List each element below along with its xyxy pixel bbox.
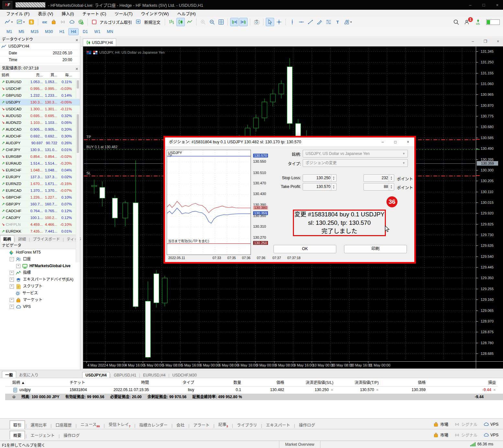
line-icon[interactable]: [185, 18, 194, 26]
timeframe-M30[interactable]: M30: [42, 28, 55, 35]
horizontal-line-icon[interactable]: [297, 18, 306, 26]
menu-item[interactable]: ツール(T): [110, 10, 137, 17]
take-profit-price-input[interactable]: 130.570 ▲▼: [303, 183, 337, 191]
dialog-title-bar[interactable]: ポジション: #15831804 buy 0.1 USDJPY 130.482 …: [165, 137, 414, 147]
toolbox-tab-0[interactable]: 取引: [10, 421, 25, 429]
symbol-combobox[interactable]: USDJPY, US Dollar vs Japanese Yen▼: [303, 150, 408, 158]
market-watch-row-EURDKK[interactable]: ↗ EURDKK7.435...7.441...0.01%: [0, 228, 80, 235]
timeframe-MN[interactable]: MN: [104, 28, 116, 35]
toolbox-column-3[interactable]: タイプ: [149, 379, 196, 387]
market-watch-row-CHFPLN[interactable]: ↘ CHFPLN4.459...4.466...-0.10%: [0, 221, 80, 228]
market-watch-row-EURNZD[interactable]: ↗ EURNZD1.670...1.671...-0.15%: [0, 180, 80, 187]
column-daily-change[interactable]: 毎...: [58, 72, 72, 78]
toolbox-column-0[interactable]: 銘柄 ▲: [5, 379, 73, 387]
navigator-tab-0[interactable]: 一般: [2, 371, 16, 378]
toolbox-tab-9[interactable]: ライブラリ: [234, 421, 261, 429]
bottom-vps-button[interactable]: VPS: [483, 432, 498, 438]
chart-window-tab[interactable]: USDJPY,H4: [83, 38, 116, 46]
profiles-icon[interactable]: $: [27, 18, 36, 26]
channel-icon[interactable]: [315, 18, 324, 26]
expand-icon[interactable]: +: [10, 284, 14, 289]
market-watch-tab-1[interactable]: 詳細: [15, 235, 29, 242]
market-watch-row-AUDCHF[interactable]: ↗ AUDCHF0.692...0.692...0.30%: [0, 133, 80, 140]
navigator-tab-1[interactable]: お気に入り: [16, 371, 41, 378]
bottom-market-button[interactable]: 市場: [433, 421, 448, 427]
market-watch-scrollbar[interactable]: [76, 114, 80, 262]
chart-shift-icon[interactable]: [239, 18, 248, 26]
search-icon[interactable]: [453, 19, 459, 25]
chart-restore-button[interactable]: ❐: [484, 39, 487, 44]
menu-item[interactable]: ウインドウ(W): [137, 10, 173, 17]
navigator-item[interactable]: +HFMarketsGlobal-Live: [0, 263, 80, 269]
toolbox-column-1[interactable]: チケット: [66, 379, 112, 387]
market-watch-tab-0[interactable]: 銘柄: [0, 235, 14, 242]
algo-trading-icon[interactable]: [90, 18, 98, 26]
new-chart-icon[interactable]: ▼: [15, 18, 27, 26]
chart-price-scale[interactable]: 131.345131.250131.155131.060130.965130.8…: [476, 47, 503, 368]
toolbox-tab-11[interactable]: 操作ログ: [296, 421, 318, 429]
timeframe-W1[interactable]: W1: [92, 28, 103, 35]
market-watch-row-CADCHF[interactable]: ↗ CADCHF0.764...0.765...0.12%: [0, 208, 80, 214]
status-market-overview[interactable]: Market Overview: [279, 441, 320, 448]
data-window-symbol-row[interactable]: USDJPY,H4: [0, 43, 80, 50]
chart-tab-EURUSDH4[interactable]: EURUSD,H4: [140, 372, 168, 378]
dialog-close-button[interactable]: ×: [407, 137, 409, 147]
dialog-maximize-button[interactable]: □: [394, 137, 397, 147]
market-watch-row-EURCHF[interactable]: ↘ EURCHF1.048...1.048...0.04%: [0, 167, 80, 174]
vps-cloud-icon[interactable]: [68, 18, 76, 26]
market-watch-row-USDCHF[interactable]: ↘ USDCHF0.995...0.995...-0.03%: [0, 85, 80, 92]
close-position-icon[interactable]: ✕: [493, 388, 496, 392]
bottom-vps-button[interactable]: VPS: [483, 421, 498, 427]
market-watch-row-EURJPY[interactable]: ↗ EURJPY137.3...137.3...0.02%: [0, 174, 80, 180]
bottom-signals-button[interactable]: シグナル: [454, 432, 477, 438]
toolbox-tab-2[interactable]: 口座履歴: [52, 421, 75, 429]
toolbox-column-8[interactable]: 価格: [379, 379, 428, 387]
expand-icon[interactable]: +: [10, 305, 14, 309]
expand-icon[interactable]: +: [16, 264, 20, 268]
market-watch-row-GBPCHF[interactable]: ↘ GBPCHF1.226...1.227...0.10%: [0, 194, 80, 201]
bottom-signals-button[interactable]: シグナル: [454, 421, 477, 427]
menu-item[interactable]: 挿入(I): [57, 10, 78, 17]
timeframe-M5[interactable]: M5: [16, 28, 27, 35]
cursor-icon[interactable]: [266, 18, 274, 26]
bars-icon[interactable]: [167, 18, 176, 26]
toolbox-tab-3[interactable]: ニュース99: [77, 420, 103, 429]
data-window-close-icon[interactable]: ✕: [75, 37, 78, 43]
spinner-arrows-icon[interactable]: ▲▼: [389, 175, 394, 181]
toolbar-algo-trading-label[interactable]: アルゴリズム取引: [100, 19, 132, 25]
remove-level-icon[interactable]: ✕: [331, 388, 333, 392]
navigator-item[interactable]: +マーケット: [0, 297, 80, 303]
chart-tab-USDCHFM30[interactable]: USDCHF,M30: [169, 372, 199, 378]
menu-item[interactable]: 表示 (V): [34, 10, 57, 17]
timeframe-H1[interactable]: H1: [57, 28, 67, 35]
chart-minimize-button[interactable]: –: [472, 39, 474, 44]
tester-tab-1[interactable]: エージェント: [27, 431, 58, 439]
dialog-minimize-button[interactable]: –: [382, 137, 384, 147]
collapse-icon[interactable]: −: [10, 257, 14, 261]
market-watch-row-EURUSD[interactable]: ↗ EURUSD1.053...1.053...0.11%: [0, 79, 80, 85]
chart-time-axis[interactable]: 4 May 20224 May 08:004 May 16:005 May 00…: [83, 361, 503, 369]
lvl-icon[interactable]: LVL: [475, 19, 481, 25]
chart-tab-USDJPYH4[interactable]: USDJPY,H4: [82, 372, 110, 378]
navigator-item[interactable]: +VPS: [0, 303, 80, 310]
navigator-item[interactable]: HotForex MT5: [0, 249, 80, 256]
market-watch-row-GBPJPY[interactable]: ↗ GBPJPY160.7...160.7...0.07%: [0, 201, 80, 208]
spinner-arrows-icon[interactable]: ▲▼: [389, 183, 394, 190]
toolbox-column-5[interactable]: 価格: [241, 379, 286, 387]
minimize-button[interactable]: –: [469, 3, 471, 7]
toolbox-tab-7[interactable]: アラート: [190, 421, 213, 429]
zoom-out-icon[interactable]: [208, 18, 216, 26]
bottom-market-button[interactable]: 市場: [433, 432, 448, 438]
market-watch-close-icon[interactable]: ✕: [75, 66, 78, 72]
shapes-icon[interactable]: ▼: [342, 18, 354, 26]
chart-close-button[interactable]: ×: [497, 39, 499, 44]
market-bag-icon[interactable]: [50, 18, 58, 26]
new-order-icon[interactable]: [134, 18, 143, 26]
toolbar-new-order-label[interactable]: 新規注文: [144, 19, 160, 25]
market-watch-row-GBPUSD[interactable]: ↗ GBPUSD1.232...1.233...0.14%: [0, 92, 80, 99]
print-button[interactable]: 印刷: [344, 245, 407, 253]
market-watch-row-USDCAD[interactable]: ↘ USDCAD1.300...1.301...-0.11%: [0, 106, 80, 113]
menu-item[interactable]: チャート (C): [78, 10, 110, 17]
signals-icon[interactable]: [59, 18, 67, 26]
toolbox-column-7[interactable]: 決済指値(T/P): [333, 379, 381, 387]
